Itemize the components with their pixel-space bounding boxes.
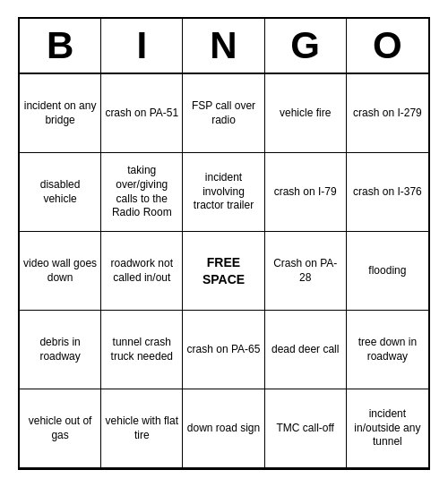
bingo-cell-text-r2c3: Crash on PA-28 <box>269 257 342 285</box>
bingo-cell-r2c3[interactable]: Crash on PA-28 <box>265 232 347 311</box>
bingo-cell-text-r4c4: incident in/outside any tunnel <box>350 407 425 449</box>
bingo-cell-text-r1c0: disabled vehicle <box>23 178 97 206</box>
bingo-cell-text-r3c1: tunnel crash truck needed <box>105 336 178 363</box>
bingo-cell-text-r2c1: roadwork not called in/out <box>105 257 178 285</box>
bingo-cell-text-r0c0: incident on any bridge <box>23 99 97 127</box>
bingo-letter-b: B <box>20 19 101 73</box>
bingo-cell-r4c4[interactable]: incident in/outside any tunnel <box>347 389 428 468</box>
bingo-card: BINGO incident on any bridgecrash on PA-… <box>18 17 430 470</box>
bingo-cell-text-r4c3: TMC call-off <box>269 422 342 436</box>
bingo-grid: incident on any bridgecrash on PA-51FSP … <box>20 74 428 468</box>
bingo-cell-r2c2[interactable]: FREE SPACE <box>183 232 264 311</box>
bingo-letter-n: N <box>183 19 264 73</box>
bingo-cell-text-r3c0: debris in roadway <box>23 336 97 363</box>
bingo-cell-r3c1[interactable]: tunnel crash truck needed <box>101 311 183 389</box>
bingo-cell-r4c3[interactable]: TMC call-off <box>265 389 347 468</box>
bingo-letter-o: O <box>347 19 428 73</box>
bingo-cell-r3c2[interactable]: crash on PA-65 <box>183 311 264 389</box>
bingo-cell-text-r3c3: dead deer call <box>269 343 342 357</box>
bingo-cell-text-r1c3: crash on I-79 <box>269 185 342 200</box>
bingo-cell-r0c0[interactable]: incident on any bridge <box>20 74 101 153</box>
bingo-cell-r1c1[interactable]: taking over/giving calls to the Radio Ro… <box>101 153 183 232</box>
bingo-letter-g: G <box>265 19 347 73</box>
bingo-cell-r2c4[interactable]: flooding <box>347 232 428 311</box>
bingo-cell-r4c2[interactable]: down road sign <box>183 389 264 468</box>
bingo-cell-text-r3c4: tree down in roadway <box>350 336 425 363</box>
bingo-cell-text-r4c1: vehicle with flat tire <box>105 414 178 442</box>
bingo-cell-text-r1c1: taking over/giving calls to the Radio Ro… <box>105 164 178 219</box>
bingo-cell-r0c3[interactable]: vehicle fire <box>265 74 347 153</box>
bingo-cell-r3c4[interactable]: tree down in roadway <box>347 311 428 389</box>
bingo-cell-text-r1c2: incident involving tractor trailer <box>186 171 260 213</box>
bingo-cell-r2c1[interactable]: roadwork not called in/out <box>101 232 183 311</box>
bingo-cell-r1c4[interactable]: crash on I-376 <box>347 153 428 232</box>
bingo-cell-text-r0c3: vehicle fire <box>269 107 342 121</box>
bingo-header: BINGO <box>20 19 428 74</box>
bingo-cell-text-r2c4: flooding <box>350 264 425 278</box>
bingo-cell-r1c2[interactable]: incident involving tractor trailer <box>183 153 264 232</box>
bingo-cell-text-r4c2: down road sign <box>186 422 260 436</box>
bingo-cell-text-r2c0: video wall goes down <box>23 257 97 285</box>
bingo-cell-text-r2c2: FREE SPACE <box>186 254 260 286</box>
bingo-cell-text-r3c2: crash on PA-65 <box>186 343 260 357</box>
bingo-cell-text-r4c0: vehicle out of gas <box>23 414 97 442</box>
bingo-cell-r4c1[interactable]: vehicle with flat tire <box>101 389 183 468</box>
bingo-cell-r4c0[interactable]: vehicle out of gas <box>20 389 101 468</box>
bingo-cell-r2c0[interactable]: video wall goes down <box>20 232 101 311</box>
bingo-cell-r1c3[interactable]: crash on I-79 <box>265 153 347 232</box>
bingo-cell-r0c4[interactable]: crash on I-279 <box>347 74 428 153</box>
bingo-cell-r3c0[interactable]: debris in roadway <box>20 311 101 389</box>
bingo-cell-r1c0[interactable]: disabled vehicle <box>20 153 101 232</box>
bingo-letter-i: I <box>101 19 183 73</box>
bingo-cell-r0c1[interactable]: crash on PA-51 <box>101 74 183 153</box>
bingo-cell-r3c3[interactable]: dead deer call <box>265 311 347 389</box>
bingo-cell-text-r1c4: crash on I-376 <box>350 185 425 200</box>
bingo-cell-text-r0c1: crash on PA-51 <box>105 107 178 121</box>
bingo-cell-r0c2[interactable]: FSP call over radio <box>183 74 264 153</box>
bingo-cell-text-r0c2: FSP call over radio <box>186 99 260 127</box>
bingo-cell-text-r0c4: crash on I-279 <box>350 107 425 121</box>
